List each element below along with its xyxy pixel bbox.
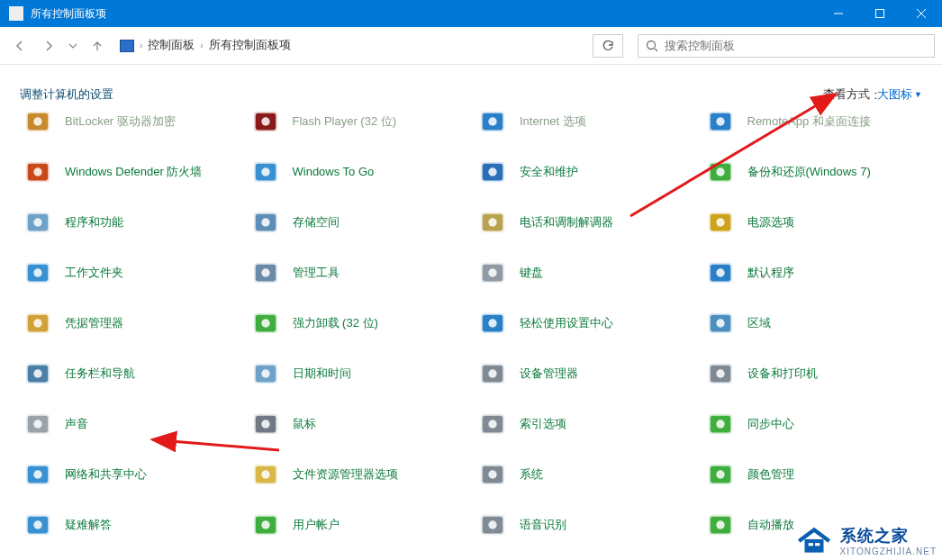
- item-credential-manager[interactable]: 凭据管理器: [20, 306, 240, 340]
- item-label: 日期和时间: [293, 366, 351, 381]
- breadcrumb-current[interactable]: 所有控制面板项: [209, 38, 291, 53]
- minimize-button[interactable]: [818, 0, 859, 27]
- svg-point-40: [33, 268, 41, 276]
- phone-modem-icon: [478, 208, 507, 237]
- item-label: Windows Defender 防火墙: [65, 165, 202, 179]
- item-defender-firewall[interactable]: Windows Defender 防火墙: [20, 155, 240, 189]
- search-input[interactable]: [665, 40, 927, 52]
- svg-point-55: [261, 319, 269, 327]
- item-troubleshooting[interactable]: 疑难解答: [20, 508, 240, 542]
- network-sharing-icon: [23, 460, 52, 489]
- up-button[interactable]: [85, 33, 110, 59]
- item-system[interactable]: 系统: [475, 457, 695, 492]
- item-keyboard[interactable]: 键盘: [475, 256, 695, 290]
- item-sound[interactable]: 声音: [20, 407, 240, 441]
- item-work-folders[interactable]: 工作文件夹: [20, 256, 240, 290]
- item-bitlocker[interactable]: BitLocker 驱动器加密: [20, 112, 240, 139]
- item-label: 声音: [65, 417, 88, 431]
- close-button[interactable]: [901, 0, 942, 27]
- svg-point-19: [261, 167, 269, 176]
- svg-point-82: [488, 420, 496, 428]
- defender-firewall-icon: [23, 158, 52, 186]
- svg-point-103: [261, 520, 269, 528]
- item-devices-printers[interactable]: 设备和打印机: [702, 357, 923, 391]
- item-label: 设备和打印机: [747, 366, 818, 381]
- item-file-explorer-options[interactable]: 文件资源管理器选项: [248, 457, 468, 492]
- item-remoteapp[interactable]: RemoteApp 和桌面连接: [702, 112, 923, 139]
- item-windows-to-go[interactable]: Windows To Go: [248, 155, 468, 189]
- security-maintenance-icon: [478, 158, 507, 186]
- item-device-manager[interactable]: 设备管理器: [475, 357, 695, 391]
- item-autoplay[interactable]: 自动播放: [702, 508, 923, 542]
- uninstall-360-icon: [251, 309, 280, 338]
- color-management-icon: [706, 460, 735, 489]
- item-programs-features[interactable]: 程序和功能: [20, 205, 240, 239]
- item-internet-options[interactable]: Internet 选项: [475, 112, 695, 139]
- sound-icon: [23, 410, 52, 438]
- bitlocker-icon: [23, 112, 52, 136]
- item-storage-spaces[interactable]: 存储空间: [248, 205, 468, 239]
- file-explorer-options-icon: [251, 460, 280, 489]
- item-phone-modem[interactable]: 电话和调制解调器: [475, 205, 695, 239]
- item-region[interactable]: 区域: [702, 306, 923, 340]
- item-label: 程序和功能: [65, 215, 123, 230]
- maximize-button[interactable]: [859, 0, 901, 27]
- item-label: 系统: [520, 467, 543, 482]
- device-manager-icon: [478, 359, 507, 388]
- svg-point-67: [261, 369, 269, 377]
- item-power-options[interactable]: 电源选项: [702, 205, 923, 239]
- item-color-management[interactable]: 颜色管理: [702, 457, 923, 492]
- refresh-button[interactable]: [593, 34, 623, 58]
- svg-point-109: [716, 520, 724, 528]
- address-bar[interactable]: › 控制面板 › 所有控制面板项: [113, 34, 580, 58]
- item-sync-center[interactable]: 同步中心: [702, 407, 923, 441]
- item-label: 同步中心: [747, 417, 794, 431]
- svg-point-13: [716, 117, 724, 125]
- item-network-sharing[interactable]: 网络和共享中心: [20, 457, 240, 492]
- item-label: 电话和调制解调器: [520, 215, 613, 230]
- svg-point-52: [33, 319, 41, 327]
- storage-spaces-icon: [251, 208, 280, 237]
- item-speech-recognition[interactable]: 语音识别: [475, 508, 695, 542]
- svg-point-64: [33, 369, 41, 377]
- item-user-accounts[interactable]: 用户帐户: [248, 508, 468, 542]
- item-label: 设备管理器: [520, 366, 578, 381]
- item-label: 存储空间: [293, 215, 340, 230]
- search-box[interactable]: [638, 34, 935, 58]
- item-uninstall-360[interactable]: 强力卸载 (32 位): [248, 306, 468, 340]
- devices-printers-icon: [706, 359, 735, 388]
- admin-tools-icon: [251, 258, 280, 287]
- region-icon: [706, 309, 735, 338]
- item-label: BitLocker 驱动器加密: [65, 114, 176, 129]
- work-folders-icon: [23, 258, 52, 287]
- item-backup-restore[interactable]: 备份和还原(Windows 7): [702, 155, 923, 189]
- recent-dropdown[interactable]: [65, 33, 81, 59]
- item-mouse[interactable]: 鼠标: [248, 407, 468, 441]
- item-default-programs[interactable]: 默认程序: [702, 256, 923, 290]
- internet-options-icon: [478, 112, 507, 136]
- view-mode-select[interactable]: 大图标 ▼: [877, 86, 922, 103]
- item-label: 电源选项: [747, 215, 794, 230]
- page-heading: 调整计算机的设置: [20, 86, 113, 103]
- svg-point-79: [261, 420, 269, 428]
- breadcrumb-root[interactable]: 控制面板: [148, 38, 195, 53]
- item-label: Windows To Go: [293, 165, 375, 179]
- item-taskbar-nav[interactable]: 任务栏和导航: [20, 357, 240, 391]
- svg-point-94: [488, 470, 496, 478]
- svg-point-49: [716, 268, 724, 276]
- item-label: 索引选项: [520, 417, 566, 431]
- item-label: 安全和维护: [520, 165, 578, 179]
- item-ease-of-access[interactable]: 轻松使用设置中心: [475, 306, 695, 340]
- item-label: 区域: [747, 316, 771, 330]
- svg-point-28: [33, 218, 41, 226]
- item-admin-tools[interactable]: 管理工具: [248, 256, 468, 290]
- chevron-right-icon: ›: [200, 41, 203, 50]
- svg-point-22: [488, 167, 496, 176]
- item-security-maintenance[interactable]: 安全和维护: [475, 155, 695, 189]
- item-flash[interactable]: Flash Player (32 位): [248, 112, 468, 139]
- svg-point-37: [716, 218, 724, 226]
- forward-button[interactable]: [36, 33, 61, 59]
- back-button[interactable]: [7, 33, 32, 59]
- item-indexing-options[interactable]: 索引选项: [475, 407, 695, 441]
- item-date-time[interactable]: 日期和时间: [248, 357, 468, 391]
